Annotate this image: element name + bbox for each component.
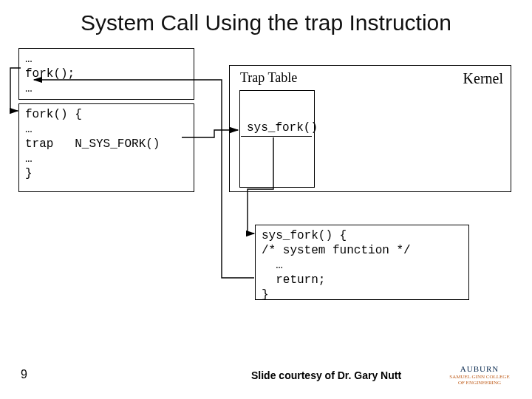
trap-table-divider bbox=[241, 136, 312, 137]
slide-number: 9 bbox=[21, 368, 27, 381]
auburn-logo-sub: SAMUEL GINN COLLEGE OF ENGINEERING bbox=[448, 375, 511, 386]
kernel-label: Kernel bbox=[463, 70, 503, 87]
slide-title: System Call Using the trap Instruction bbox=[0, 10, 532, 35]
user-code-bottom: fork() { … trap N_SYS_FORK() … } bbox=[18, 103, 194, 192]
trap-table-box bbox=[239, 90, 315, 188]
trap-table-label: Trap Table bbox=[240, 70, 297, 86]
slide-courtesy: Slide courtesy of Dr. Gary Nutt bbox=[251, 369, 401, 381]
auburn-logo: AUBURN SAMUEL GINN COLLEGE OF ENGINEERIN… bbox=[448, 364, 511, 386]
user-code-top: … fork(); … bbox=[18, 48, 194, 100]
sys-fork-entry: sys_fork() bbox=[247, 121, 318, 134]
sys-fork-code: sys_fork() { /* system function */ … ret… bbox=[255, 225, 469, 300]
auburn-logo-name: AUBURN bbox=[448, 364, 511, 373]
